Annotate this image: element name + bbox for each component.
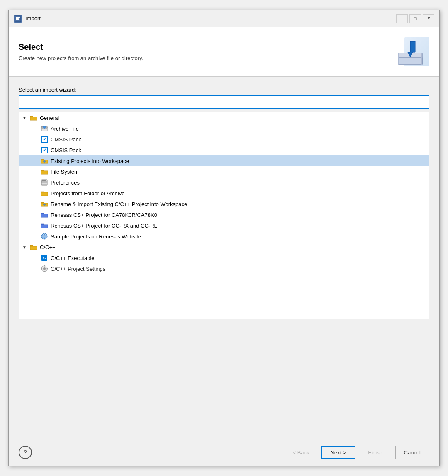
close-button[interactable]: ✕ bbox=[423, 14, 434, 23]
renesas-ca78k-icon bbox=[41, 211, 48, 219]
renesas-ca78k-label: Renesas CS+ Project for CA78K0R/CA78K0 bbox=[51, 212, 157, 218]
import-dialog: Import — □ ✕ Select Create new projects … bbox=[8, 10, 440, 466]
title-bar-left: Import bbox=[14, 15, 41, 23]
tree-item-sample-projects[interactable]: Sample Projects on Renesas Website bbox=[19, 231, 429, 242]
file-system-label: File System bbox=[51, 169, 79, 175]
tree-category-cpp[interactable]: ▼ C/C++ bbox=[19, 242, 429, 253]
cmsis-pack-1-label: CMSIS Pack bbox=[51, 136, 81, 143]
title-bar: Import — □ ✕ bbox=[9, 10, 439, 27]
wizard-label: Select an import wizard: bbox=[19, 87, 429, 93]
cancel-button[interactable]: Cancel bbox=[395, 446, 429, 459]
preferences-icon bbox=[41, 179, 48, 186]
tree-item-renesas-ccrx[interactable]: Renesas CS+ Project for CC-RX and CC-RL bbox=[19, 220, 429, 231]
cpp-project-settings-icon bbox=[41, 265, 48, 272]
svg-rect-6 bbox=[398, 57, 422, 65]
chevron-down-icon: ▼ bbox=[22, 116, 27, 120]
archive-file-label: Archive File bbox=[51, 126, 79, 132]
tree-item-existing-projects[interactable]: Existing Projects into Workspace bbox=[19, 155, 429, 166]
svg-rect-17 bbox=[42, 180, 46, 181]
svg-rect-2 bbox=[16, 18, 19, 19]
header-section: Select Create new projects from an archi… bbox=[9, 27, 439, 77]
svg-rect-1 bbox=[16, 17, 20, 18]
search-input[interactable] bbox=[19, 95, 429, 109]
renesas-ccrx-icon bbox=[41, 222, 48, 229]
renesas-ccrx-label: Renesas CS+ Project for CC-RX and CC-RL bbox=[51, 223, 157, 229]
projects-folder-label: Projects from Folder or Archive bbox=[51, 190, 124, 197]
back-button[interactable]: < Back bbox=[284, 446, 318, 459]
tree-item-cmsis-1[interactable]: CMSIS Pack bbox=[19, 134, 429, 145]
content-area: Select an import wizard: ▼ General bbox=[9, 77, 439, 439]
window-icon bbox=[14, 15, 22, 23]
header-title: Select bbox=[19, 42, 143, 52]
window-title: Import bbox=[25, 15, 41, 22]
footer: ? < Back Next > Finish Cancel bbox=[9, 439, 439, 466]
preferences-label: Preferences bbox=[51, 180, 80, 186]
cpp-executable-label: C/C++ Executable bbox=[51, 255, 95, 261]
help-button[interactable]: ? bbox=[19, 446, 32, 459]
tree-item-rename-import[interactable]: Rename & Import Existing C/C++ Project i… bbox=[19, 199, 429, 209]
cpp-category-label: C/C++ bbox=[40, 244, 56, 250]
tree-category-general[interactable]: ▼ General bbox=[19, 112, 429, 123]
svg-rect-3 bbox=[16, 19, 19, 20]
minimize-button[interactable]: — bbox=[396, 14, 408, 23]
folder-yellow-icon bbox=[41, 168, 48, 175]
cpp-folder-icon bbox=[30, 243, 37, 251]
header-subtitle: Create new projects from an archive file… bbox=[19, 55, 143, 61]
sample-projects-label: Sample Projects on Renesas Website bbox=[51, 233, 141, 240]
maximize-button[interactable]: □ bbox=[409, 14, 421, 23]
title-controls: — □ ✕ bbox=[396, 14, 434, 23]
checkbox-checked-icon-1 bbox=[41, 136, 48, 143]
tree-item-renesas-ca78k[interactable]: Renesas CS+ Project for CA78K0R/CA78K0 bbox=[19, 209, 429, 220]
folder-icon bbox=[30, 114, 37, 121]
svg-point-27 bbox=[43, 267, 46, 270]
tree-item-cmsis-2[interactable]: CMSIS Pack bbox=[19, 145, 429, 155]
existing-projects-icon bbox=[41, 157, 48, 165]
c-executable-icon: C bbox=[41, 254, 48, 262]
tree-container[interactable]: ▼ General bbox=[19, 112, 429, 319]
next-button[interactable]: Next > bbox=[321, 446, 355, 459]
general-category-label: General bbox=[40, 115, 59, 121]
chevron-down-icon-cpp: ▼ bbox=[22, 245, 27, 250]
folder-archive-icon bbox=[41, 189, 48, 197]
cmsis-pack-2-label: CMSIS Pack bbox=[51, 147, 81, 153]
tree-item-projects-folder[interactable]: Projects from Folder or Archive bbox=[19, 188, 429, 199]
tree-item-cpp-project-settings[interactable]: C/C++ Project Settings bbox=[19, 263, 429, 274]
archive-icon bbox=[41, 125, 48, 132]
tree-item-preferences[interactable]: Preferences bbox=[19, 177, 429, 188]
checkbox-checked-icon-2 bbox=[41, 146, 48, 154]
globe-icon bbox=[41, 233, 48, 240]
rename-import-label: Rename & Import Existing C/C++ Project i… bbox=[51, 201, 187, 207]
footer-left: ? bbox=[19, 446, 32, 459]
header-text: Select Create new projects from an archi… bbox=[19, 42, 143, 61]
finish-button[interactable]: Finish bbox=[359, 446, 392, 459]
tree-item-archive[interactable]: Archive File bbox=[19, 123, 429, 134]
svg-text:C: C bbox=[43, 256, 46, 260]
existing-projects-label: Existing Projects into Workspace bbox=[51, 158, 129, 164]
tree-item-file-system[interactable]: File System bbox=[19, 166, 429, 177]
tree-item-cpp-executable[interactable]: C C/C++ Executable bbox=[19, 253, 429, 263]
footer-right: < Back Next > Finish Cancel bbox=[284, 446, 429, 459]
cpp-project-settings-label: C/C++ Project Settings bbox=[51, 266, 105, 272]
import-icon bbox=[396, 37, 429, 66]
rename-import-icon bbox=[41, 200, 48, 208]
